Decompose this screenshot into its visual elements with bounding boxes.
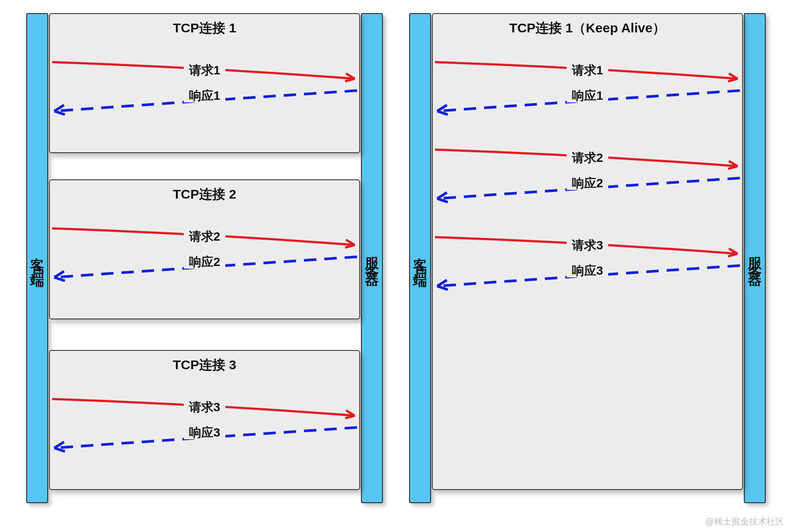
request-label: 请求2 xyxy=(184,230,226,243)
response-label: 响应3 xyxy=(184,426,226,439)
response-arrow: 响应2 xyxy=(433,172,742,206)
request-label: 请求2 xyxy=(567,151,609,164)
tcp-connection-box-keepalive: TCP连接 1（Keep Alive） 请求1 响应1 xyxy=(432,13,743,490)
request-arrow: 请求1 xyxy=(50,53,359,88)
server-label: 服务器 xyxy=(745,246,764,270)
response-arrow: 响应3 xyxy=(433,259,742,294)
req-resp-pair: 请求1 响应1 xyxy=(50,53,359,123)
request-arrow: 请求3 xyxy=(50,390,359,425)
request-arrow: 请求3 xyxy=(433,228,742,263)
req-resp-pair: 请求2 响应2 xyxy=(433,141,742,211)
response-label: 响应2 xyxy=(567,176,609,190)
request-arrow: 请求1 xyxy=(433,53,742,88)
response-label: 响应1 xyxy=(567,89,609,102)
right-panel: 客户端 服务器 TCP连接 1（Keep Alive） 请求1 xyxy=(409,13,766,503)
tcp-connection-box: TCP连接 1 请求1 响应1 xyxy=(49,13,360,153)
response-label: 响应2 xyxy=(184,255,226,269)
server-bar: 服务器 xyxy=(361,13,383,503)
client-label: 客户端 xyxy=(28,246,47,270)
response-arrow: 响应1 xyxy=(50,84,359,119)
tcp-connection-title: TCP连接 2 xyxy=(50,186,359,203)
request-arrow: 请求2 xyxy=(433,141,742,176)
req-resp-pair: 请求2 响应2 xyxy=(50,220,359,290)
server-label: 服务器 xyxy=(362,246,382,270)
response-label: 响应1 xyxy=(184,89,226,102)
client-label: 客户端 xyxy=(410,246,430,270)
tcp-connection-title: TCP连接 1 xyxy=(50,19,359,37)
tcp-connection-box: TCP连接 2 请求2 响应2 xyxy=(49,179,360,319)
req-resp-pair: 请求3 响应3 xyxy=(50,390,359,460)
request-label: 请求1 xyxy=(184,63,226,77)
response-arrow: 响应3 xyxy=(50,421,359,456)
request-arrow: 请求2 xyxy=(50,220,359,255)
left-panel: 客户端 服务器 TCP连接 1 请求1 xyxy=(26,13,383,503)
req-resp-pair: 请求3 响应3 xyxy=(433,228,742,298)
response-label: 响应3 xyxy=(567,264,609,277)
request-label: 请求1 xyxy=(567,63,609,77)
client-bar: 客户端 xyxy=(409,13,431,503)
response-arrow: 响应2 xyxy=(50,250,359,285)
tcp-connection-box: TCP连接 3 请求3 响应3 xyxy=(49,350,360,490)
request-label: 请求3 xyxy=(184,400,226,414)
req-resp-pair: 请求1 响应1 xyxy=(433,53,742,123)
client-bar: 客户端 xyxy=(26,13,48,503)
tcp-connection-title: TCP连接 1（Keep Alive） xyxy=(433,19,742,37)
watermark: @稀土掘金技术社区 xyxy=(705,516,784,528)
response-arrow: 响应1 xyxy=(433,84,742,119)
diagram-stage: 客户端 服务器 TCP连接 1 请求1 xyxy=(26,13,766,503)
server-bar: 服务器 xyxy=(744,13,766,503)
request-label: 请求3 xyxy=(567,238,609,252)
tcp-connection-title: TCP连接 3 xyxy=(50,356,359,374)
